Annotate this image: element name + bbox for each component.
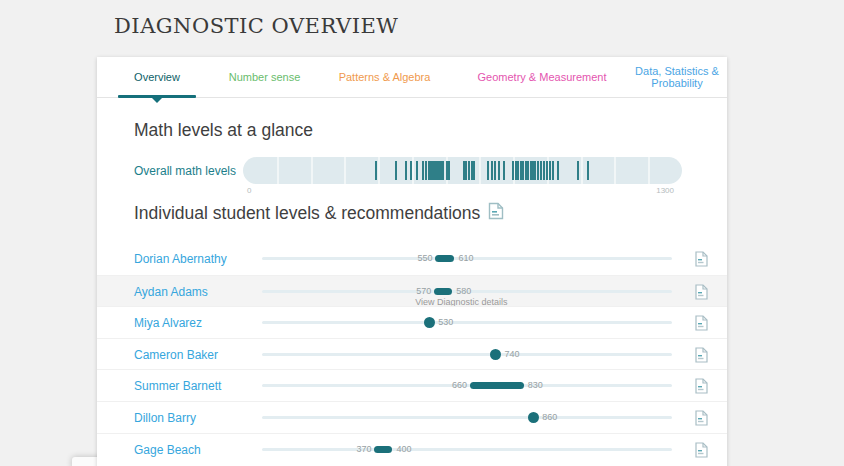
student-level-tick xyxy=(549,161,551,180)
student-level-tick xyxy=(546,161,548,180)
students-heading-label: Individual student levels & recommendati… xyxy=(134,203,480,224)
student-rows: Dorian Abernathy 550610 Aydan Adams 5705… xyxy=(97,243,727,464)
student-level-tick xyxy=(498,161,500,180)
level-range-bar[interactable] xyxy=(434,288,452,295)
strip-segment-divider xyxy=(344,157,346,184)
strip-segment-divider xyxy=(479,157,481,184)
page-title: DIAGNOSTIC OVERVIEW xyxy=(114,14,398,38)
report-document-icon[interactable] xyxy=(488,202,504,225)
tab-number-sense[interactable]: Number sense xyxy=(217,57,312,97)
student-report-icon[interactable] xyxy=(695,315,708,335)
student-level-tick xyxy=(494,161,496,180)
student-name-link[interactable]: Cameron Baker xyxy=(134,348,218,362)
overall-levels-strip-plot[interactable] xyxy=(243,157,682,184)
student-report-icon[interactable] xyxy=(695,378,708,398)
students-heading: Individual student levels & recommendati… xyxy=(134,202,504,225)
level-range-bar[interactable] xyxy=(470,382,524,389)
student-name-link[interactable]: Dillon Barry xyxy=(134,411,196,425)
student-level-tick xyxy=(395,161,397,180)
student-report-icon[interactable] xyxy=(695,442,708,462)
student-report-icon[interactable] xyxy=(695,251,708,271)
tab-geometry-measurement[interactable]: Geometry & Measurement xyxy=(457,57,627,97)
axis-min-label: 0 xyxy=(247,186,251,195)
level-range-bar[interactable] xyxy=(374,446,392,453)
student-row: Cameron Baker 740 xyxy=(97,338,727,370)
student-level-tick xyxy=(587,161,589,180)
student-report-icon[interactable] xyxy=(695,410,708,430)
tab-patterns-algebra[interactable]: Patterns & Algebra xyxy=(312,57,457,97)
tab-label: Patterns & Algebra xyxy=(339,71,431,83)
student-level-tick xyxy=(517,161,519,180)
overall-math-levels-label: Overall math levels xyxy=(134,164,236,178)
student-row: Aydan Adams 570580View Diagnostic detail… xyxy=(97,275,727,307)
level-low-value: 550 xyxy=(411,253,432,263)
level-value: 860 xyxy=(542,412,557,422)
student-name-link[interactable]: Aydan Adams xyxy=(134,285,208,299)
student-level-tick xyxy=(512,161,514,180)
tab-label: Number sense xyxy=(229,71,301,83)
level-high-value: 400 xyxy=(396,444,411,454)
level-track xyxy=(262,321,672,324)
level-track xyxy=(262,416,672,419)
student-report-icon[interactable] xyxy=(695,284,708,304)
student-level-tick xyxy=(425,161,427,180)
student-level-tick xyxy=(552,161,554,180)
student-level-tick xyxy=(471,161,473,180)
student-level-tick xyxy=(468,161,470,180)
student-level-tick xyxy=(503,161,505,180)
level-dot[interactable] xyxy=(424,317,435,328)
student-row: Dorian Abernathy 550610 xyxy=(97,243,727,275)
student-level-tick xyxy=(534,161,536,180)
student-name-link[interactable]: Miya Alvarez xyxy=(134,316,202,330)
level-high-value: 830 xyxy=(528,380,543,390)
strip-segment-divider xyxy=(648,157,650,184)
student-name-link[interactable]: Gage Beach xyxy=(134,443,201,457)
level-track xyxy=(262,448,672,451)
tab-label: Overview xyxy=(134,71,180,83)
active-tab-caret xyxy=(152,98,162,103)
tab-bar: Overview Number sense Patterns & Algebra… xyxy=(97,57,727,98)
student-name-link[interactable]: Dorian Abernathy xyxy=(134,252,227,266)
view-diagnostic-details-tooltip[interactable]: View Diagnostic details xyxy=(415,297,507,307)
axis-max-label: 1300 xyxy=(656,186,674,195)
student-name-link[interactable]: Summer Barnett xyxy=(134,379,221,393)
level-high-value: 580 xyxy=(456,286,471,296)
student-level-tick xyxy=(487,161,489,180)
level-value: 740 xyxy=(504,349,519,359)
student-level-tick xyxy=(446,161,448,180)
tab-label: Data, Statistics & Probability xyxy=(627,65,727,89)
student-row: Dillon Barry 860 xyxy=(97,401,727,433)
student-level-tick xyxy=(422,161,424,180)
strip-axis: 0 1300 xyxy=(243,186,682,196)
level-track xyxy=(262,353,672,356)
student-level-tick xyxy=(410,161,412,180)
tab-data-statistics-probability[interactable]: Data, Statistics & Probability xyxy=(627,57,727,97)
student-level-tick xyxy=(537,161,539,180)
student-level-tick xyxy=(557,161,559,180)
strip-segment-divider xyxy=(614,157,616,184)
level-value: 530 xyxy=(438,317,453,327)
student-level-tick xyxy=(473,161,475,180)
student-level-tick xyxy=(522,161,524,180)
student-level-tick xyxy=(448,161,450,180)
tab-overview[interactable]: Overview xyxy=(97,57,217,97)
student-level-tick xyxy=(540,161,542,180)
student-level-tick xyxy=(465,161,467,180)
level-low-value: 370 xyxy=(350,444,371,454)
strip-segment-divider xyxy=(277,157,279,184)
student-level-tick xyxy=(375,161,377,180)
strip-segment-divider xyxy=(581,157,583,184)
student-row: Summer Barnett 660830 xyxy=(97,369,727,401)
level-range-bar[interactable] xyxy=(435,255,454,262)
strip-segment-divider xyxy=(311,157,313,184)
level-dot[interactable] xyxy=(490,349,501,360)
student-report-icon[interactable] xyxy=(695,347,708,367)
student-row: Gage Beach 370400 xyxy=(97,433,727,465)
level-low-value: 660 xyxy=(446,380,467,390)
level-high-value: 610 xyxy=(458,253,473,263)
student-level-tick xyxy=(491,161,493,180)
level-dot[interactable] xyxy=(528,412,539,423)
level-low-value: 570 xyxy=(410,286,431,296)
student-row: Miya Alvarez 530 xyxy=(97,306,727,338)
student-level-tick xyxy=(416,161,418,180)
